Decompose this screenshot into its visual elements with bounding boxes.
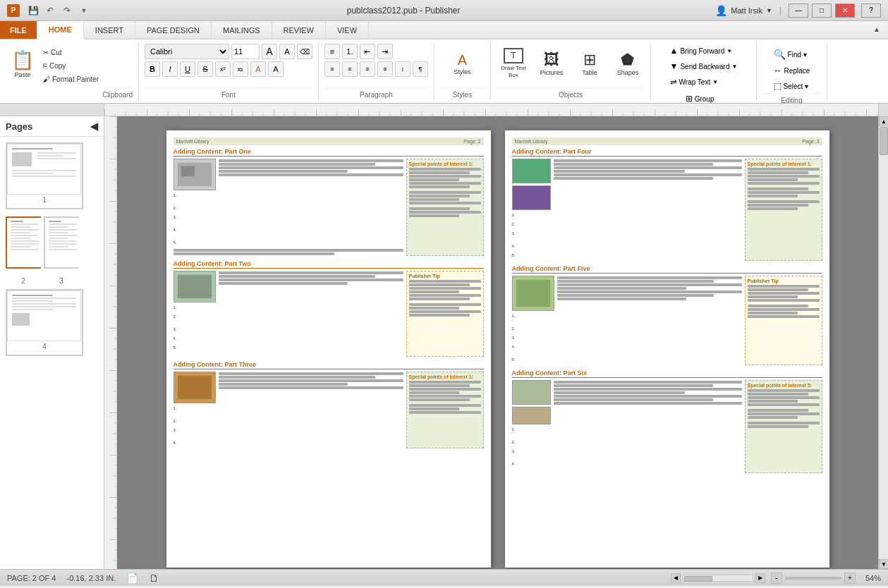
paste-button[interactable]: 📋 Paste [6,44,39,83]
align-center-button[interactable]: ≡ [342,61,358,77]
font-family-selector[interactable]: Calibri [145,44,229,59]
bullets-button[interactable]: ≡ [324,44,340,59]
save-button[interactable]: 💾 [25,3,41,18]
page-thumb-3[interactable] [44,216,79,269]
page-thumb-2[interactable] [6,216,41,269]
scroll-thumb[interactable] [880,127,888,155]
user-dropdown-icon[interactable]: ▼ [766,7,772,14]
find-icon: 🔍 [774,49,786,60]
scroll-right-button[interactable]: ▶ [755,573,765,583]
section-part-one-sidebar-heading: Special points of interest 1: [409,161,481,166]
arrange-group: ▲ Bring Forward ▼ ▼ Send Backward ▼ ⇌ [651,42,757,100]
find-button[interactable]: 🔍 Find ▾ [770,47,810,62]
zoom-out-button[interactable]: - [771,572,782,584]
pages-panel-collapse-icon[interactable]: ◀ [90,121,98,132]
tab-home[interactable]: HOME [37,21,84,39]
highlight-button[interactable]: A [268,61,284,77]
align-right-button[interactable]: ≡ [360,61,375,77]
italic-button[interactable]: I [162,61,178,77]
superscript-button[interactable]: x² [215,61,231,77]
font-shrink-button[interactable]: A [279,44,295,59]
numbering-button[interactable]: 1. [342,44,358,59]
zoom-level: 54% [858,574,881,582]
scroll-down-button[interactable]: ▼ [879,559,888,569]
shapes-button[interactable]: ⬟ Shapes [611,44,645,83]
bold-button[interactable]: B [145,61,160,77]
send-backward-button[interactable]: ▼ Send Backward ▼ [667,59,741,73]
bring-forward-button[interactable]: ▲ Bring Forward ▼ [667,44,736,58]
help-button[interactable]: ? [861,4,881,18]
pictures-icon: 🖼 [544,51,559,69]
section-part-one-image [174,159,216,190]
styles-button[interactable]: A Styles [442,44,482,83]
document-page-3: Marriott Library Page: 3 Adding Content:… [505,130,829,568]
line-spacing-button[interactable]: ↕ [395,61,410,77]
subscript-button[interactable]: x₂ [233,61,248,77]
tab-mailings[interactable]: MAILINGS [212,21,272,39]
section-part-six-heading: Adding Content: Part Six [512,369,822,378]
section-part-six-sidebar-heading: Special points of interest 5: [748,383,820,388]
font-color-button[interactable]: A [250,61,266,77]
tab-insert[interactable]: INSERT [84,21,135,39]
section-part-six-main: 1. 2. 3. 4. [512,380,742,473]
wrap-text-dropdown-icon[interactable]: ▼ [712,79,718,85]
indent-decrease-button[interactable]: ⇤ [360,44,375,59]
section-part-four-sidebar: Special points of interest 1: [745,159,822,261]
font-format-row: B I U S x² x₂ A A [145,61,284,77]
zoom-slider[interactable] [785,577,841,580]
zoom-in-button[interactable]: + [844,572,856,584]
paragraph-settings-button[interactable]: ¶ [413,61,428,77]
clipboard-group: 📋 Paste ✂ Cut ⎘ Copy 🖌 Format Painter [0,42,139,100]
horizontal-scroll-thumb[interactable] [684,576,712,582]
section-part-four-sidebar-heading: Special points of interest 1: [748,161,820,166]
bring-forward-dropdown-icon[interactable]: ▼ [726,48,732,54]
page-thumb-4-label: 4 [7,343,82,350]
font-size-input[interactable] [231,44,260,59]
font-clear-button[interactable]: ⌫ [297,44,312,59]
styles-group-label: Styles [440,87,485,99]
editing-group: 🔍 Find ▾ ↔ Replace ⬚ Select ▾ Editing [757,42,827,100]
cut-button[interactable]: ✂ Cut [39,47,102,59]
indent-increase-button[interactable]: ⇥ [377,44,393,59]
maximize-button[interactable]: □ [812,4,832,18]
page-3-header-left: Marriott Library [515,139,548,144]
scroll-left-button[interactable]: ◀ [671,573,681,583]
view-mode-icon-1[interactable]: 📄 [126,572,138,584]
objects-group-label: Objects [497,87,645,99]
redo-button[interactable]: ↷ [59,3,75,18]
select-button[interactable]: ⬚ Select ▾ [770,79,813,93]
format-painter-button[interactable]: 🖌 Format Painter [39,73,102,85]
quick-access-more-button[interactable]: ▼ [76,3,92,18]
font-grow-button[interactable]: A [262,44,277,59]
ribbon-collapse-button[interactable]: ▲ [869,21,884,37]
table-button[interactable]: ⊞ Table [573,44,607,83]
page-thumb-4[interactable]: 4 [6,289,83,356]
status-right: ◀ ▶ - + 54% [671,572,881,584]
justify-button[interactable]: ≡ [377,61,393,77]
send-backward-dropdown-icon[interactable]: ▼ [731,63,737,70]
align-left-button[interactable]: ≡ [324,61,340,77]
scroll-up-button[interactable]: ▲ [879,116,888,126]
main-area: Pages ◀ [0,116,888,569]
replace-button[interactable]: ↔ Replace [770,63,814,78]
tab-page-design[interactable]: PAGE DESIGN [135,21,212,39]
underline-button[interactable]: U [180,61,195,77]
tab-file[interactable]: FILE [0,21,37,39]
section-part-six-image2 [512,407,551,424]
status-bar: PAGE: 2 OF 4 -0.16, 2.33 IN. 📄 🗋 ◀ ▶ - +… [0,569,888,586]
section-part-two-body: 1. 2. 3. 4. 5. Publisher Tip [174,271,484,357]
wrap-text-button[interactable]: ⇌ Wrap Text ▼ [667,75,722,89]
canvas-area[interactable]: Marriott Library Page: 2 Adding Content:… [117,116,878,569]
draw-text-box-button[interactable]: T Draw Text Box [497,44,530,83]
minimize-button[interactable]: — [789,4,808,18]
close-button[interactable]: ✕ [835,4,855,18]
pictures-button[interactable]: 🖼 Pictures [535,44,568,83]
view-mode-icon-2[interactable]: 🗋 [149,572,159,584]
tab-view[interactable]: VIEW [326,21,369,39]
strikethrough-button[interactable]: S [197,61,213,77]
font-selector-row: Calibri A A ⌫ [145,44,312,59]
copy-button[interactable]: ⎘ Copy [39,60,102,72]
tab-review[interactable]: REVIEW [272,21,326,39]
undo-button[interactable]: ↶ [42,3,58,18]
page-thumb-1[interactable]: 1 [6,142,83,209]
